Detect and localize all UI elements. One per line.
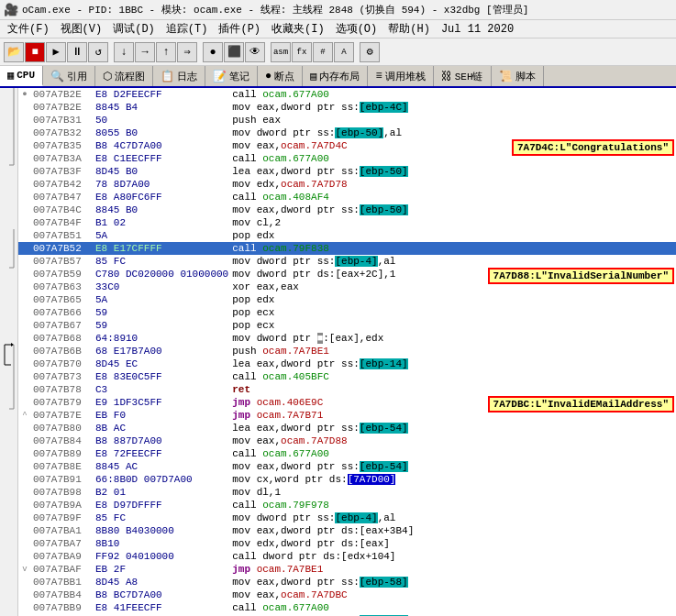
- row-indicator: [18, 345, 31, 358]
- callout-2: 7A7DBC:L"InvalidEMailAddress": [488, 396, 674, 412]
- row-indicator: [18, 524, 31, 537]
- tabs-bar: ▦CPU🔍引用⬡流程图📋日志📝笔记●断点▤内存布局≡调用堆栈⛓SEH链📜脚本: [0, 66, 676, 88]
- table-row[interactable]: 007A7B2E8845 B4mov eax,dword ptr ss:[ebp…: [18, 101, 676, 114]
- tb-step-over[interactable]: →: [135, 42, 155, 62]
- table-row[interactable]: 007A7B708D45 EClea eax,dword ptr ss:[ebp…: [18, 358, 676, 370]
- tb-trace[interactable]: ⬛: [224, 42, 244, 62]
- table-row[interactable]: 007A7BB9E8 41FEECFFcall ocam.677A00: [18, 601, 676, 614]
- row-address: 007A7B2E: [31, 88, 95, 101]
- tab-脚本[interactable]: 📜脚本: [492, 66, 544, 86]
- table-row[interactable]: 007A7B3150push eax: [18, 114, 676, 126]
- table-row[interactable]: 007A7B328055 B0mov dword ptr ss:[ebp-50]…: [18, 126, 676, 139]
- menu-item-7[interactable]: 帮助(H): [382, 21, 436, 37]
- table-row[interactable]: 007A7B47E8 A80FC6FFcall ocam.408AF4: [18, 191, 676, 204]
- tb-fx[interactable]: fx: [292, 42, 312, 62]
- menu-item-1[interactable]: 视图(V): [55, 21, 108, 37]
- row-address: 007A7B4C: [31, 204, 95, 216]
- row-address: 007A7BA9: [31, 550, 95, 563]
- tb-settings[interactable]: ⚙: [360, 42, 380, 62]
- row-indicator: [18, 537, 31, 550]
- row-indicator: [18, 499, 31, 512]
- table-row[interactable]: 007A7B6659pop ecx: [18, 306, 676, 319]
- tb-open[interactable]: 📂: [4, 42, 24, 62]
- tb-restart[interactable]: ↺: [88, 42, 108, 62]
- table-row[interactable]: 007A7B655Apop edx: [18, 293, 676, 306]
- table-row[interactable]: 007A7BB4B8 BC7D7A00mov eax,ocam.7A7DBC: [18, 588, 676, 601]
- menu-item-6[interactable]: 选项(O): [330, 21, 383, 37]
- tb-pause[interactable]: ⏸: [67, 42, 87, 62]
- table-row[interactable]: ●007A7B2EE8 D2FEECFFcall ocam.677A00: [18, 88, 676, 101]
- table-row[interactable]: 007A7B9AE8 D97DFFFFcall ocam.79F978: [18, 499, 676, 512]
- row-instruction: mov eax,dword ptr ss:[ebp-50]: [228, 204, 676, 216]
- table-row[interactable]: 007A7BA78B10mov edx,dword ptr ds:[eax]: [18, 537, 676, 550]
- main-content: ●007A7B2EE8 D2FEECFFcall ocam.677A00007A…: [0, 88, 676, 616]
- table-row[interactable]: 007A7B4278 8D7A00mov edx,ocam.7A7D78: [18, 178, 676, 191]
- row-indicator: [18, 216, 31, 229]
- table-row[interactable]: 007A7B808B AClea eax,dword ptr ss:[ebp-5…: [18, 422, 676, 434]
- row-instruction: ret: [228, 383, 676, 396]
- table-row[interactable]: v007A7BAFEB 2Fjmp ocam.7A7BE1: [18, 563, 676, 576]
- tb-watch[interactable]: 👁: [245, 42, 265, 62]
- row-instruction: mov dword ptr ss:[ebp-4],al: [228, 255, 676, 268]
- tab-SEH链[interactable]: ⛓SEH链: [434, 66, 492, 86]
- tb-step-out[interactable]: ↑: [156, 42, 176, 62]
- row-address: 007A7B51: [31, 229, 95, 242]
- tab-CPU[interactable]: ▦CPU: [0, 66, 43, 86]
- table-row[interactable]: 007A7B515Apop edx: [18, 229, 676, 242]
- row-instruction: jmp ocam.7A7BE1: [228, 563, 676, 576]
- disassembly-view[interactable]: ●007A7B2EE8 D2FEECFFcall ocam.677A00007A…: [18, 88, 676, 616]
- row-indicator: [18, 460, 31, 473]
- tb-run-to[interactable]: ⇒: [177, 42, 197, 62]
- table-row[interactable]: 007A7BB18D45 A8mov eax,dword ptr ss:[ebp…: [18, 576, 676, 588]
- tab-断点[interactable]: ●断点: [258, 66, 303, 86]
- menu-item-3[interactable]: 追踪(T): [161, 21, 214, 37]
- table-row[interactable]: 007A7B9166:8B0D 007D7A00mov cx,word ptr …: [18, 473, 676, 486]
- row-bytes: 78 8D7A00: [95, 178, 228, 191]
- tb-step-into[interactable]: ↓: [114, 42, 134, 62]
- row-address: 007A7B42: [31, 178, 95, 191]
- table-row[interactable]: 007A7B73E8 83E0C5FFcall ocam.405BFC: [18, 370, 676, 383]
- table-row[interactable]: 007A7BA18B80 B4030000mov eax,dword ptr d…: [18, 524, 676, 537]
- table-row[interactable]: 007A7B78C3ret: [18, 383, 676, 396]
- tab-日志[interactable]: 📋日志: [153, 66, 205, 86]
- tb-stop[interactable]: ■: [25, 42, 45, 62]
- tb-asm[interactable]: asm: [271, 42, 291, 62]
- table-row[interactable]: 007A7BA9FF92 04010000call dword ptr ds:[…: [18, 550, 676, 563]
- row-instruction: mov eax,ocam.7A7DBC: [228, 588, 676, 601]
- tb-hash[interactable]: #: [313, 42, 333, 62]
- table-row[interactable]: 007A7B4C8845 B0mov eax,dword ptr ss:[ebp…: [18, 204, 676, 216]
- row-bytes: E8 41FEECFF: [95, 601, 228, 614]
- tab-调用堆栈[interactable]: ≡调用堆栈: [368, 66, 433, 86]
- tb-breakpoint[interactable]: ●: [203, 42, 223, 62]
- table-row[interactable]: 007A7B6759pop ecx: [18, 319, 676, 332]
- table-row[interactable]: 007A7B9F85 FCmov dword ptr ss:[ebp-4],al: [18, 512, 676, 524]
- tb-font[interactable]: A: [334, 42, 354, 62]
- table-row[interactable]: 007A7B98B2 01mov dl,1: [18, 486, 676, 499]
- menu-item-4[interactable]: 插件(P): [213, 21, 266, 37]
- row-address: 007A7B98: [31, 486, 95, 499]
- menu-item-5[interactable]: 收藏夹(I): [266, 21, 330, 37]
- table-row[interactable]: 007A7B84B8 887D7A00mov eax,ocam.7A7D88: [18, 434, 676, 447]
- row-address: 007A7B91: [31, 473, 95, 486]
- tab-流程图[interactable]: ⬡流程图: [95, 66, 153, 86]
- row-address: 007A7B8E: [31, 460, 95, 473]
- tab-笔记[interactable]: 📝笔记: [205, 66, 258, 86]
- table-row[interactable]: 007A7B89E8 72FEECFFcall ocam.677A00: [18, 447, 676, 460]
- table-row[interactable]: 007A7B5785 FCmov dword ptr ss:[ebp-4],al: [18, 255, 676, 268]
- menu-item-2[interactable]: 调试(D): [107, 21, 161, 37]
- row-indicator: [18, 204, 31, 216]
- tb-run[interactable]: ▶: [46, 42, 66, 62]
- row-address: 007A7B9A: [31, 499, 95, 512]
- tab-内存布局[interactable]: ▤内存布局: [303, 66, 368, 86]
- table-row[interactable]: 007A7B4FB1 02mov cl,2: [18, 216, 676, 229]
- menu-item-0[interactable]: 文件(F): [2, 21, 55, 37]
- table-row[interactable]: 007A7B3F8D45 B0lea eax,dword ptr ss:[ebp…: [18, 165, 676, 178]
- menu-item-8[interactable]: Jul 11 2020: [436, 23, 519, 36]
- row-indicator: [18, 126, 31, 139]
- table-row[interactable]: 007A7B6864:8910mov dword ptr ■:[eax],edx: [18, 332, 676, 345]
- table-row[interactable]: 007A7B8E8845 ACmov eax,dword ptr ss:[ebp…: [18, 460, 676, 473]
- table-row[interactable]: 007A7B6B68 E17B7A00push ocam.7A7BE1: [18, 345, 676, 358]
- row-indicator: [18, 588, 31, 601]
- table-row[interactable]: 007A7B52E8 E17CFFFFcall ocam.79F838: [18, 242, 676, 255]
- tab-引用[interactable]: 🔍引用: [43, 66, 95, 86]
